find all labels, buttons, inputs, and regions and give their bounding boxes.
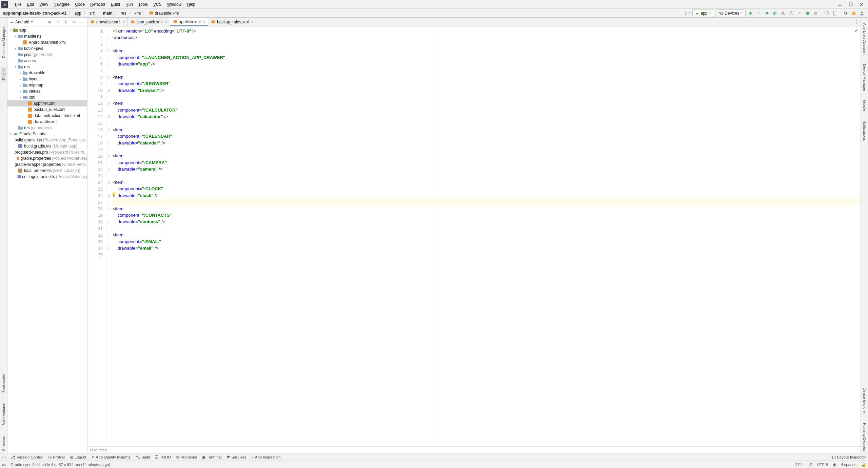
breadcrumb-segment[interactable]: src (88, 11, 96, 16)
sidebar-tab-build-variants[interactable]: Build Variants (1, 401, 6, 428)
breadcrumb[interactable]: app-template-basic-icon-pack-v1〉app〉src〉… (2, 10, 180, 16)
tree-row[interactable]: ▸drawable (7, 70, 87, 76)
line-number-gutter[interactable]: 1234567891011121314151617181920212223242… (87, 26, 106, 446)
breadcrumb-segment[interactable]: res (120, 11, 127, 16)
tree-row[interactable]: ▸layout (7, 76, 87, 82)
close-window-button[interactable] (856, 1, 867, 8)
tree-row[interactable]: local.properties(SDK Location) (7, 168, 87, 174)
tree-row[interactable]: drawable.xml (7, 119, 87, 125)
menu-run[interactable]: Run (123, 2, 136, 7)
sidebar-tab-bookmarks[interactable]: Bookmarks (1, 372, 6, 395)
tree-row[interactable]: gradle.properties(Project Properties) (7, 155, 87, 161)
debug-button[interactable] (763, 9, 771, 17)
tree-row[interactable]: ▾Gradle Scripts (7, 131, 87, 137)
sidebar-tab-device-explorer[interactable]: Device Explorer (862, 386, 867, 416)
tree-row[interactable]: proguard-rules.pro(ProGuard Rules fo… (7, 149, 87, 155)
bottom-tab-todo[interactable]: ☑TODO (155, 455, 171, 460)
inspection-ok-icon[interactable]: ✔ (854, 28, 859, 33)
collapse-all-icon[interactable]: ⇕ (63, 19, 69, 25)
sidebar-tab-structure[interactable]: Structure (1, 434, 6, 453)
caret-position[interactable]: 27:1 (795, 463, 803, 467)
menu-refactor[interactable]: Refactor (87, 2, 108, 7)
readonly-lock-icon[interactable]: 🔓 (861, 462, 866, 467)
maximize-button[interactable] (846, 1, 856, 8)
hide-panel-icon[interactable]: — (79, 19, 85, 25)
close-tab-icon[interactable]: × (165, 20, 167, 24)
breadcrumb-segment[interactable]: drawable.xml (148, 11, 180, 16)
breadcrumb-segment[interactable]: app-template-basic-icon-pack-v1 (2, 11, 67, 16)
tree-row[interactable]: assets (7, 58, 87, 64)
bottom-tab-layout-inspector[interactable]: ◫Layout Inspector (832, 455, 866, 460)
apply-changes-button[interactable] (755, 9, 763, 17)
sidebar-tab-device-manager[interactable]: Device Manager (862, 62, 867, 93)
account-icon[interactable] (858, 9, 866, 17)
sidebar-tab-app-links[interactable]: App Links Assistant (862, 21, 867, 57)
updates-button[interactable] (850, 9, 857, 17)
run-config-selector[interactable]: app (692, 9, 714, 17)
tree-row[interactable]: ▾manifests (7, 33, 87, 39)
sidebar-tab-project[interactable]: Project (1, 66, 6, 82)
tree-row[interactable]: build.gradle.kts(Project: App_Template… (7, 137, 87, 143)
intention-bulb-icon[interactable]: 💡 (111, 192, 116, 197)
tree-row[interactable]: AndroidManifest.xml (7, 39, 87, 45)
sidebar-tab-gradle[interactable]: Gradle (862, 98, 867, 113)
bottom-tab-build[interactable]: 🔨Build (135, 455, 150, 460)
editor-breadcrumb[interactable]: resources (87, 446, 861, 453)
breadcrumb-segment[interactable]: app (74, 11, 82, 16)
editor-tab[interactable]: drawable.xml× (87, 18, 128, 26)
run-button[interactable] (747, 9, 754, 17)
bottom-tab-problems[interactable]: ⊘Problems (176, 455, 197, 460)
close-tab-icon[interactable]: × (203, 20, 205, 24)
close-tab-icon[interactable]: × (123, 20, 125, 24)
device-selector[interactable]: No Devices (716, 9, 746, 17)
tree-row[interactable]: data_extraction_rules.xml (7, 113, 87, 119)
bottom-tab-services[interactable]: ⚑Services (226, 455, 246, 460)
bottom-tab-logcat[interactable]: ≣Logcat (70, 455, 86, 460)
menu-help[interactable]: Help (184, 2, 198, 7)
tree-row[interactable]: appfilter.xml (7, 100, 87, 106)
sidebar-tab-running-devices[interactable]: Running Devices (862, 421, 867, 453)
code-editor[interactable]: <?xml version="1.0" encoding="UTF-8"?><r… (111, 26, 861, 446)
breadcrumb-segment[interactable]: main (102, 11, 114, 16)
menu-code[interactable]: Code (72, 2, 87, 7)
attach-debugger-button[interactable] (788, 9, 795, 17)
sync-gradle-icon[interactable] (684, 9, 691, 17)
menu-tools[interactable]: Tools (136, 2, 151, 7)
menu-view[interactable]: View (37, 2, 51, 7)
menu-vcs[interactable]: VCS (151, 2, 164, 7)
menu-edit[interactable]: Edit (24, 2, 37, 7)
tree-row[interactable]: ▸mipmap (7, 82, 87, 88)
stop-button[interactable] (812, 9, 820, 17)
tree-row[interactable]: backup_rules.xml (7, 106, 87, 113)
sdk-manager-button[interactable] (831, 9, 839, 17)
tree-row[interactable]: build.gradle.kts(Module :app) (7, 143, 87, 149)
menu-file[interactable]: File (12, 2, 24, 7)
tree-row[interactable]: res(generated) (7, 125, 87, 131)
menu-navigate[interactable]: Navigate (51, 2, 72, 7)
indent-setting[interactable]: 4 spaces (841, 463, 856, 467)
breadcrumb-segment[interactable]: xml (133, 11, 142, 16)
project-view-selector[interactable]: Android (9, 20, 44, 24)
more-run-button[interactable] (796, 9, 803, 17)
bottom-tab-version-control[interactable]: ⎇Version Control (11, 455, 43, 460)
bottom-tab-app-inspection[interactable]: ⌕App Inspection (251, 455, 281, 459)
tabs-more-icon[interactable]: ⋮ (852, 18, 861, 26)
build-button[interactable] (804, 9, 811, 17)
line-separator[interactable]: LF (808, 463, 812, 467)
project-tree[interactable]: ▾app▾manifestsAndroidManifest.xml▸kotlin… (7, 26, 87, 453)
tree-row[interactable]: gradle-wrapper.properties(Gradle Versi… (7, 161, 87, 168)
tree-row[interactable]: ▾res (7, 64, 87, 70)
editor-tab[interactable]: appfilter.xml× (170, 18, 208, 26)
settings-icon[interactable]: ⚙ (71, 19, 77, 25)
editor-tab[interactable]: icon_pack.xml× (128, 18, 170, 26)
tree-row[interactable]: settings.gradle.kts(Project Settings) (7, 174, 87, 180)
bottom-tab-profiler[interactable]: ◷Profiler (48, 455, 65, 460)
close-tab-icon[interactable]: × (251, 20, 253, 24)
coverage-button[interactable] (771, 9, 779, 17)
tree-row[interactable]: ▾xml (7, 94, 87, 100)
select-opened-file-icon[interactable]: ⊕ (46, 19, 53, 25)
bottom-tab-app-quality[interactable]: ✦App Quality Insights (91, 455, 131, 460)
menu-window[interactable]: Window (164, 2, 184, 7)
search-everywhere-button[interactable] (842, 9, 849, 17)
tree-row[interactable]: ▸values (7, 88, 87, 94)
